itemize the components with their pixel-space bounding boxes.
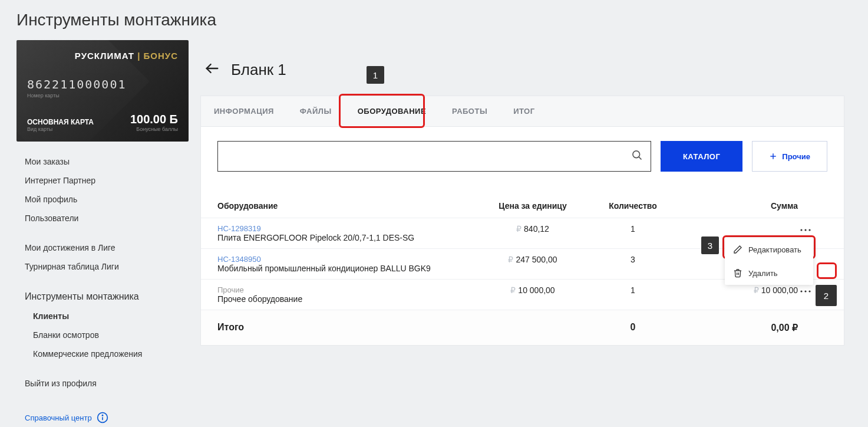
card-number-label: Номер карты (27, 93, 178, 98)
nav-achievements[interactable]: Мои достижения в Лиге (16, 238, 189, 257)
nav-sub-blanks[interactable]: Бланки осмотров (16, 326, 189, 344)
row-qty: 3 (586, 255, 680, 264)
dots-icon (800, 228, 811, 232)
row-price: ₽840,12 (480, 224, 586, 234)
nav-orders[interactable]: Мои заказы (16, 152, 189, 171)
tab-info[interactable]: ИНФОРМАЦИЯ (201, 96, 287, 126)
arrow-left-icon (204, 60, 220, 77)
row-qty: 1 (586, 224, 680, 234)
row-qty: 1 (586, 285, 680, 295)
trash-icon (733, 268, 742, 278)
nav-sub-clients[interactable]: Клиенты (16, 307, 189, 326)
svg-point-9 (804, 229, 806, 231)
context-delete-label: Удалить (748, 269, 778, 278)
help-center-link[interactable]: Справочный центр (16, 405, 189, 427)
row-actions-button[interactable] (798, 287, 813, 295)
nav-league-table[interactable]: Турнирная таблица Лиги (16, 257, 189, 276)
nav-group-installer: Инструменты монтажника (16, 287, 189, 307)
row-desc: Плита ENERGOFLOOR Pipelock 20/0,7-1,1 DE… (217, 233, 480, 242)
back-button[interactable] (204, 60, 220, 79)
card-balance: 100.00 Б (130, 113, 178, 126)
nav-logout[interactable]: Выйти из профиля (16, 374, 189, 393)
nav-users[interactable]: Пользователи (16, 209, 189, 228)
form-title: Бланк 1 (231, 61, 286, 79)
info-icon (97, 412, 108, 423)
nav-profile[interactable]: Мой профиль (16, 190, 189, 209)
content-card: ИНФОРМАЦИЯ ФАЙЛЫ ОБОРУДОВАНИЕ РАБОТЫ ИТО… (200, 96, 844, 346)
sidebar: РУСКЛИМАТ | БОНУС 862211000001 Номер кар… (0, 40, 200, 427)
tab-works[interactable]: РАБОТЫ (439, 96, 500, 126)
svg-line-5 (639, 157, 641, 159)
footer-label: Итого (217, 322, 480, 333)
help-center-label: Справочный центр (25, 413, 92, 422)
catalog-button[interactable]: КАТАЛОГ (661, 141, 742, 172)
footer-sum: 0,00 ₽ (680, 322, 798, 333)
row-sum: ₽10 000,00 (680, 285, 798, 295)
svg-point-16 (808, 290, 810, 292)
bonus-card: РУСКЛИМАТ | БОНУС 862211000001 Номер кар… (16, 40, 189, 142)
tabs: ИНФОРМАЦИЯ ФАЙЛЫ ОБОРУДОВАНИЕ РАБОТЫ ИТО… (201, 96, 844, 127)
main-content: Бланк 1 1 ИНФОРМАЦИЯ ФАЙЛЫ ОБОРУДОВАНИЕ … (200, 40, 868, 427)
col-price: Цена за единицу (480, 201, 586, 211)
card-balance-sublabel: Бонусные баллы (130, 126, 178, 132)
page-title: Инструменты монтажника (0, 0, 868, 40)
search-icon[interactable] (631, 149, 643, 163)
row-context-menu: Редактировать Удалить (725, 238, 813, 285)
svg-point-15 (804, 290, 806, 292)
row-desc: Мобильный промышленный кондиционер BALLU… (217, 264, 480, 273)
col-sum: Сумма (680, 201, 798, 211)
annotation-3: 3 (701, 237, 719, 254)
nav-sub-offers[interactable]: Коммерческие предложения (16, 344, 189, 363)
row-actions-button[interactable] (798, 226, 813, 234)
col-qty: Количество (586, 201, 680, 211)
card-number: 862211000001 (27, 77, 178, 91)
tab-total[interactable]: ИТОГ (500, 96, 547, 126)
add-other-label: Прочие (782, 152, 810, 161)
row-sku[interactable]: НС-1348950 (217, 255, 480, 264)
add-other-button[interactable]: Прочие (752, 141, 827, 172)
dots-icon (800, 290, 811, 293)
svg-point-2 (102, 415, 103, 416)
card-brand: РУСКЛИМАТ | БОНУС (27, 51, 178, 61)
row-price: ₽10 000,00 (480, 285, 586, 295)
row-price: ₽247 500,00 (480, 255, 586, 264)
annotation-1: 1 (367, 66, 384, 84)
edit-icon (733, 245, 742, 254)
tab-equipment[interactable]: ОБОРУДОВАНИЕ (345, 96, 439, 126)
tab-files[interactable]: ФАЙЛЫ (287, 96, 345, 126)
search-field (217, 141, 651, 172)
context-edit-label: Редактировать (748, 245, 801, 254)
col-equipment: Оборудование (217, 201, 480, 211)
context-delete[interactable]: Удалить (725, 261, 813, 285)
svg-point-8 (800, 229, 802, 231)
footer-qty: 0 (586, 322, 680, 333)
svg-point-14 (800, 290, 802, 292)
row-sku: Прочие (217, 285, 480, 294)
svg-point-4 (633, 151, 640, 158)
row-sku[interactable]: НС-1298319 (217, 224, 480, 233)
card-type-sublabel: Вид карты (27, 126, 94, 132)
search-input[interactable] (217, 141, 651, 172)
context-edit[interactable]: Редактировать (725, 238, 813, 261)
annotation-2: 2 (816, 285, 837, 306)
card-type: ОСНОВНАЯ КАРТА (27, 118, 94, 126)
nav-partner[interactable]: Интернет Партнер (16, 171, 189, 190)
row-desc: Прочее оборудование (217, 294, 480, 304)
svg-point-10 (808, 229, 810, 231)
plus-icon (769, 152, 777, 160)
